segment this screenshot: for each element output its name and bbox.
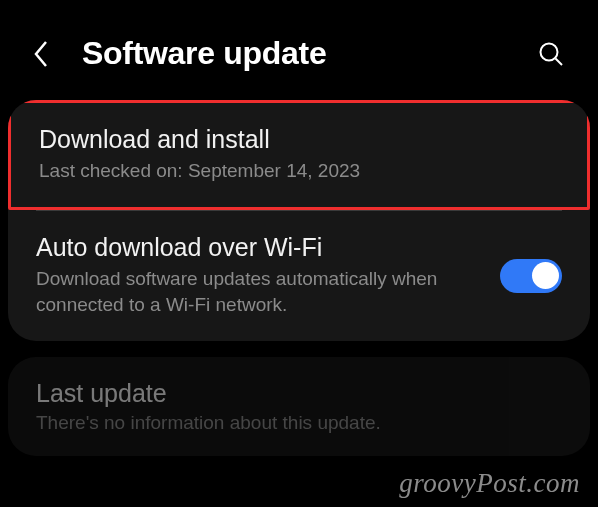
- auto-download-title: Auto download over Wi-Fi: [36, 233, 480, 262]
- last-update-card[interactable]: Last update There's no information about…: [8, 357, 590, 456]
- svg-point-0: [541, 43, 558, 60]
- download-install-title: Download and install: [39, 125, 559, 154]
- back-icon[interactable]: [30, 38, 52, 70]
- auto-download-text: Auto download over Wi-Fi Download softwa…: [36, 233, 500, 319]
- page-title: Software update: [82, 35, 538, 72]
- search-icon[interactable]: [538, 41, 564, 67]
- watermark: groovyPost.com: [399, 468, 580, 499]
- svg-line-1: [556, 58, 563, 65]
- download-install-item[interactable]: Download and install Last checked on: Se…: [8, 100, 590, 210]
- page-header: Software update: [0, 0, 598, 100]
- auto-download-subtitle: Download software updates automatically …: [36, 266, 480, 319]
- last-update-title: Last update: [36, 379, 562, 408]
- download-install-subtitle: Last checked on: September 14, 2023: [39, 158, 559, 185]
- auto-download-item[interactable]: Auto download over Wi-Fi Download softwa…: [8, 211, 590, 341]
- last-update-subtitle: There's no information about this update…: [36, 412, 562, 434]
- auto-download-toggle[interactable]: [500, 259, 562, 293]
- settings-card: Download and install Last checked on: Se…: [8, 100, 590, 341]
